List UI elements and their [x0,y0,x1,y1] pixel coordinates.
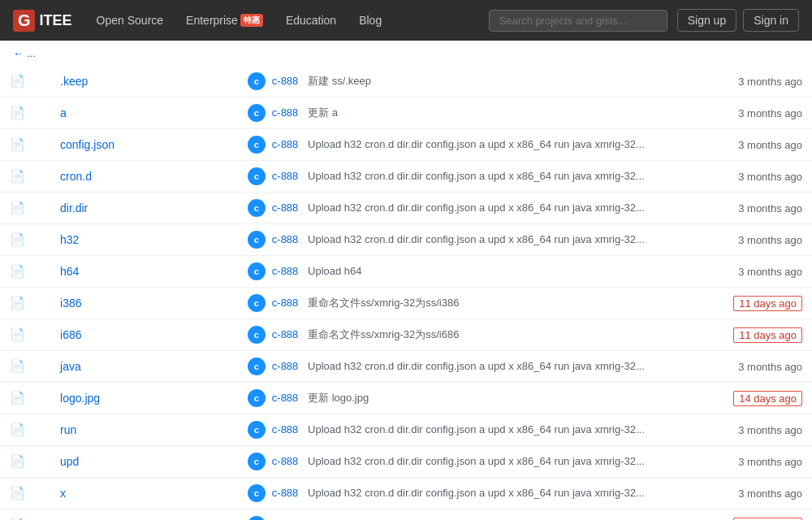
file-link[interactable]: i686 [60,328,81,341]
commit-message: Upload h64 [308,265,362,277]
file-name-cell[interactable]: x [50,478,238,509]
search-input[interactable] [489,10,667,32]
file-icon: 📄 [10,264,25,278]
signin-button[interactable]: Sign in [743,9,799,32]
commit-user[interactable]: c-888 [272,328,299,340]
commit-cell: c c-888 更新 a [238,98,659,129]
file-type-icon: 📄 [0,129,50,161]
avatar: c [248,326,266,344]
commit-user[interactable]: c-888 [272,423,299,436]
file-icon: 📄 [10,327,25,341]
file-link[interactable]: java [60,360,81,373]
time-cell: 3 months ago [659,129,812,161]
file-link[interactable]: upd [60,455,79,468]
time-cell: 3 months ago [659,256,812,288]
time-cell: 3 months ago [659,414,812,446]
nav-education[interactable]: Education [274,0,348,41]
file-name-cell[interactable]: i386 [50,288,238,319]
nav-open-source[interactable]: Open Source [85,0,175,41]
file-name-cell[interactable]: i686 [50,319,238,351]
file-link[interactable]: dir.dir [60,202,88,214]
signup-button[interactable]: Sign up [677,9,736,32]
commit-user[interactable]: c-888 [272,487,299,499]
file-link[interactable]: .keep [60,75,88,88]
commit-time: 11 days ago [733,327,802,343]
commit-user[interactable]: c-888 [272,455,299,467]
nav-blog[interactable]: Blog [348,0,393,41]
file-name-cell[interactable]: run [50,414,238,446]
enterprise-badge: 特惠 [240,14,263,27]
commit-message: Upload h32 cron.d dir.dir config.json a … [308,138,645,150]
time-cell: 14 days ago [659,383,812,414]
file-link[interactable]: h64 [60,265,79,278]
commit-cell: c c-888 Upload h32 cron.d dir.dir config… [238,478,659,509]
commit-cell: c c-888 Upload h32 cron.d dir.dir config… [238,414,659,446]
file-link[interactable]: run [60,423,76,436]
commit-time: 3 months ago [738,234,802,246]
breadcrumb-back[interactable]: ← ... [0,41,812,66]
commit-user[interactable]: c-888 [272,265,299,277]
file-type-icon: 📄 [0,351,50,383]
nav-enterprise[interactable]: Enterprise 特惠 [175,0,274,41]
file-name-cell[interactable]: logo.jpg [50,383,238,414]
avatar: c [248,389,266,407]
avatar: c [248,294,266,312]
file-link[interactable]: h32 [60,233,79,246]
file-icon: 📄 [10,359,25,373]
time-cell: 3 months ago [659,351,812,383]
commit-time: 3 months ago [738,139,802,151]
file-icon: 📄 [10,454,25,468]
file-name-cell[interactable]: dir.dir [50,193,238,224]
file-type-icon: 📄 [0,193,50,224]
commit-user[interactable]: c-888 [272,170,299,182]
commit-cell: c c-888 Upload h32 cron.d dir.dir config… [238,351,659,383]
logo[interactable]: G ITEE [13,10,72,32]
commit-user[interactable]: c-888 [272,360,299,372]
avatar: c [248,484,266,502]
avatar: c [248,199,266,217]
file-link[interactable]: a [60,106,67,119]
file-name-cell[interactable]: config.json [50,129,238,161]
commit-user[interactable]: c-888 [272,75,299,87]
file-link[interactable]: i386 [60,297,81,310]
table-row: 📄 a c c-888 更新 a 3 months ago [0,98,812,129]
commit-user[interactable]: c-888 [272,202,299,214]
file-link[interactable]: logo.jpg [60,392,100,405]
commit-user[interactable]: c-888 [272,138,299,150]
table-row: 📄 i386 c c-888 重命名文件ss/xmrig-32为ss/i386 … [0,288,812,319]
file-name-cell[interactable]: cron.d [50,161,238,193]
commit-cell: c c-888 重命名文件ss/xmrig-32为ss/i386 [238,288,659,319]
file-icon: 📄 [10,391,25,405]
navbar: G ITEE Open Source Enterprise 特惠 Educati… [0,0,812,41]
table-row: 📄 x c c-888 Upload h32 cron.d dir.dir co… [0,478,812,509]
commit-message: Upload h32 cron.d dir.dir config.json a … [308,423,645,436]
time-cell: 3 months ago [659,478,812,509]
file-icon: 📄 [10,486,25,500]
file-name-cell[interactable]: x86_64 [50,509,238,521]
commit-time: 3 months ago [738,202,802,214]
file-link[interactable]: x [60,487,66,500]
file-name-cell[interactable]: a [50,98,238,129]
time-cell: 3 months ago [659,66,812,98]
commit-cell: c c-888 重命名文件ss/xmrig-32为ss/i686 [238,319,659,351]
commit-user[interactable]: c-888 [272,297,299,309]
commit-message: Upload h32 cron.d dir.dir config.json a … [308,233,645,245]
commit-user[interactable]: c-888 [272,106,299,119]
file-name-cell[interactable]: h32 [50,224,238,256]
file-name-cell[interactable]: upd [50,446,238,478]
file-name-cell[interactable]: java [50,351,238,383]
file-icon: 📄 [10,422,25,436]
file-icon: 📄 [10,201,25,214]
commit-time: 3 months ago [738,456,802,468]
file-link[interactable]: cron.d [60,170,92,183]
commit-user[interactable]: c-888 [272,233,299,245]
commit-time: 3 months ago [738,171,802,183]
file-name-cell[interactable]: h64 [50,256,238,288]
file-name-cell[interactable]: .keep [50,66,238,98]
commit-time: 3 months ago [738,361,802,373]
commit-cell: c c-888 Upload h32 cron.d dir.dir config… [238,161,659,193]
file-type-icon: 📄 [0,288,50,319]
file-link[interactable]: config.json [60,138,114,151]
commit-user[interactable]: c-888 [272,392,299,404]
file-icon: 📄 [10,169,25,183]
